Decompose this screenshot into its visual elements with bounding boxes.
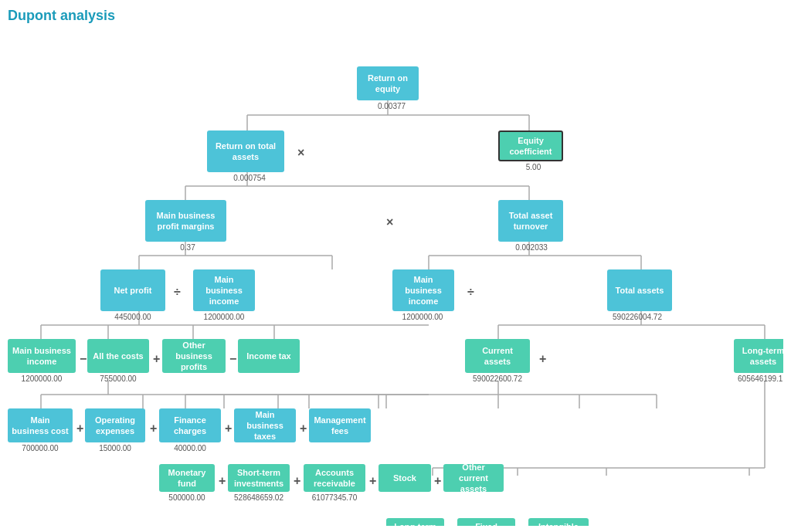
net-profit-value: 445000.00 <box>100 313 165 321</box>
page-title: Dupont analysis <box>8 8 783 24</box>
return-on-equity-node: Return on equity <box>357 66 419 100</box>
operator-plus1: + <box>153 352 160 366</box>
finance-charges-node: Finance charges <box>159 408 221 442</box>
monetary-fund-value: 500000.00 <box>159 493 215 502</box>
operator-plus5: + <box>225 422 232 435</box>
operator-plus10: + <box>434 474 441 488</box>
all-costs-node: All the costs <box>87 339 149 373</box>
other-current-assets-node: Other current assets <box>443 464 504 492</box>
stock-node: Stock <box>379 464 431 492</box>
management-fees-node: Management fees <box>309 408 371 442</box>
operator-plus8: + <box>294 474 300 488</box>
main-biz-income2-value: 1200000.00 <box>390 313 455 321</box>
operator-minus2: − <box>229 352 236 366</box>
intangible-assets-node: Intangible assets <box>528 518 589 526</box>
return-on-assets-node: Return on total assets <box>207 130 284 172</box>
operator-div2: ÷ <box>467 285 474 299</box>
main-biz-profit-margins-node: Main business profit margins <box>145 200 226 242</box>
finance-charges-value: 40000.00 <box>159 444 221 452</box>
operator-div1: ÷ <box>174 285 181 299</box>
main-biz-profit-margins-value: 0.37 <box>153 243 222 252</box>
total-asset-turnover-node: Total asset turnover <box>498 200 563 242</box>
operator-minus1: − <box>80 352 87 366</box>
operator-plus6: + <box>300 422 307 435</box>
long-term-assets-value: 605646199.15 <box>730 374 783 383</box>
current-assets-value: 590022600.72 <box>462 374 533 383</box>
operator-x2: × <box>386 215 393 229</box>
equity-coefficient-value: 5.00 <box>504 163 562 171</box>
operator-plus3: + <box>76 422 83 435</box>
accounts-receivable-value: 61077345.70 <box>300 493 369 502</box>
income-tax-node: Income tax <box>238 339 300 373</box>
long-term-assets-node: Long-term assets <box>734 339 783 373</box>
total-assets-value: 590226004.72 <box>603 313 672 321</box>
accounts-receivable-node: Accounts receivable <box>304 464 365 492</box>
total-asset-turnover-value: 0.002033 <box>501 243 562 252</box>
short-term-inv-node: Short-term investments <box>228 464 290 492</box>
main-biz-income-cost-node: Main business income <box>8 339 76 373</box>
operator-plus4: + <box>150 422 157 435</box>
short-term-inv-value: 528648659.02 <box>224 493 294 502</box>
operator-plus2: + <box>539 352 546 366</box>
main-biz-income1-value: 1200000.00 <box>192 313 256 321</box>
main-business-cost-node: Main business cost <box>8 408 73 442</box>
return-on-equity-value: 0.00377 <box>365 102 419 110</box>
main-business-taxes-node: Main business taxes <box>234 408 296 442</box>
other-business-profits-node: Other business profits <box>162 339 226 373</box>
long-term-investment-node: Long-term investment <box>386 518 444 526</box>
operating-expenses-value: 15000.00 <box>85 444 145 452</box>
current-assets-node: Current assets <box>465 339 530 373</box>
operator-plus7: + <box>219 474 226 488</box>
main-biz-income1-node: Main business income <box>193 269 255 311</box>
main-business-cost-value: 700000.00 <box>8 444 73 452</box>
fixed-assets-node: Fixed assets <box>457 518 515 526</box>
dupont-chart: Return on equity 0.00377 Return on total… <box>8 32 783 526</box>
net-profit-node: Net profit <box>100 269 165 311</box>
main-biz-income-cost-value: 1200000.00 <box>8 374 76 383</box>
all-costs-value: 755000.00 <box>87 374 149 383</box>
operator-plus9: + <box>369 474 376 488</box>
return-on-assets-value: 0.000754 <box>215 174 284 182</box>
operator-x1: × <box>297 146 304 160</box>
total-assets-node: Total assets <box>607 269 672 311</box>
operating-expenses-node: Operating expenses <box>85 408 145 442</box>
equity-coefficient-node[interactable]: Equity coefficient <box>498 130 563 161</box>
monetary-fund-row: Monetary fund <box>159 464 215 492</box>
main-biz-income2-node: Main business income <box>392 269 454 311</box>
